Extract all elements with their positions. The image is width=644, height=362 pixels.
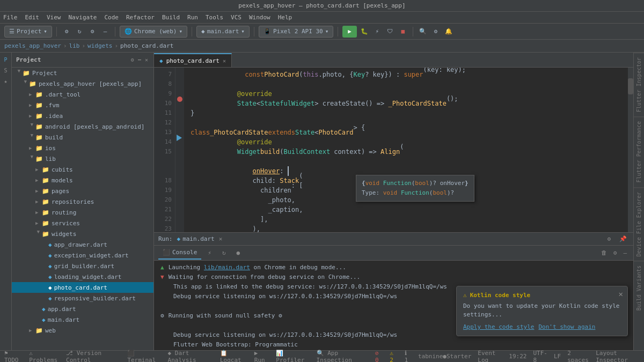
tree-lib[interactable]: ▶ 📁 lib [12,153,153,164]
lightning-tab[interactable]: ⚡ [203,247,216,260]
tree-cubits[interactable]: ▶ 📁 cubits [12,164,153,175]
tree-project[interactable]: ▶ 📁 Project [12,68,153,78]
console-minimize-btn[interactable]: – [621,248,629,257]
notification-action2[interactable]: Don't show again [538,323,595,330]
menu-tools[interactable]: Tools [206,14,223,21]
menu-run[interactable]: Run [187,14,198,21]
run-dart-tab[interactable]: ◆ main.dart ✕ [177,235,223,242]
sync-btn[interactable]: ↻ [74,26,85,37]
status-run[interactable]: ▶ Run [254,350,269,363]
status-indent[interactable]: 2 spaces [567,350,589,363]
notifications-btn[interactable]: 🔔 [443,26,454,37]
dot-tab[interactable]: ● [232,247,245,260]
notification-close-btn[interactable]: ✕ [619,290,623,298]
editor-tab-photo-card[interactable]: ◆ photo_card.dart ✕ [154,53,232,67]
tree-services[interactable]: ▶ 📁 services [12,218,153,228]
menu-help[interactable]: Help [278,14,292,21]
tree-app-drawer[interactable]: ◆ app_drawer.dart [12,239,153,250]
run-button[interactable]: ▶ [342,26,357,38]
tree-routing[interactable]: ▶ 📁 routing [12,207,153,218]
status-event-log[interactable]: Event Log [478,350,502,363]
notification-action1[interactable]: Apply the code style [463,323,534,330]
tree-main-dart[interactable]: ◆ main.dart [12,314,153,325]
status-encoding[interactable]: UTF-8 [533,350,547,363]
menu-file[interactable]: File [3,14,18,21]
refresh-tab[interactable]: ↻ [218,247,230,260]
tree-web[interactable]: ▶ 📁 web [12,325,153,336]
code-editor[interactable]: 7 8 9 10 11 12 13 14 15 16 17 18 19 20 2… [154,68,633,232]
panel-close-btn[interactable]: ✕ [144,56,149,64]
tree-dart-tool[interactable]: ▶ 📁 .dart_tool [12,89,153,100]
status-terminal[interactable]: ⬛ Terminal [127,350,161,363]
panel-gear-btn[interactable]: ⚙ [130,56,135,64]
coverage-btn[interactable]: 🛡 [385,26,396,37]
tree-exception-widget[interactable]: ◆ exception_widget.dart [12,250,153,261]
tree-ios[interactable]: ▶ 📁 ios [12,143,153,153]
status-logcat[interactable]: 📋 Logcat [220,350,248,363]
menu-build[interactable]: Build [162,14,180,21]
status-dart[interactable]: ◆ Dart Analysis [168,350,214,363]
structure-icon[interactable]: S [1,65,11,75]
search-everywhere-btn[interactable]: 🔍 [418,26,428,37]
tree-build[interactable]: ▶ 📁 build [12,132,153,143]
editor-scrollbar[interactable] [628,68,633,232]
menu-window[interactable]: Window [249,14,270,21]
tree-models[interactable]: ▶ 📁 models [12,175,153,186]
status-line-end[interactable]: LF [554,353,561,360]
path-part-2[interactable]: lib [69,42,80,49]
stop-btn[interactable]: ■ [398,26,408,37]
flutter-performance-tab[interactable]: Flutter Performance [634,116,644,187]
tree-responsive-builder[interactable]: ◆ responsive_builder.dart [12,293,153,304]
main-dart-selector[interactable]: ◆ main.dart ▾ [196,26,250,38]
more-btn[interactable]: – [100,26,111,37]
status-warnings[interactable]: ⚠ 2 [390,350,398,363]
tab-close-btn[interactable]: ✕ [223,58,226,64]
debug-btn[interactable]: 🐛 [359,26,370,37]
path-part-3[interactable]: widgets [87,42,112,49]
build-btn[interactable]: ⚙ [61,26,72,37]
menu-navigate[interactable]: Navigate [69,14,97,21]
chrome-device-selector[interactable]: 🌐 Chrome (web) ▾ [120,26,187,38]
tree-idea[interactable]: ▶ 📁 .idea [12,110,153,121]
run-pin-btn[interactable]: 📌 [617,234,629,243]
path-part-4[interactable]: photo_card.dart [120,42,173,49]
layout-inspector-btn[interactable]: Layout Inspector [596,350,640,363]
profile-btn[interactable]: ⚡ [372,26,383,37]
console-settings-btn[interactable]: ⚙ [611,248,619,257]
project-icon[interactable]: P [1,55,11,64]
menu-edit[interactable]: Edit [25,14,40,21]
settings-btn[interactable]: ⚙ [87,26,98,37]
tree-loading-widget[interactable]: ◆ loading_widget.dart [12,271,153,282]
tree-widgets[interactable]: ▶ 📁 widgets [12,228,153,239]
menu-refactor[interactable]: Refactor [126,14,155,21]
panel-collapse-btn[interactable]: – [137,56,142,64]
flutter-inspector-tab[interactable]: Flutter Inspector [634,53,644,116]
tree-android[interactable]: ▶ 📁 android [pexels_app_android] [12,121,153,132]
tree-pages[interactable]: ▶ 📁 pages [12,186,153,196]
tree-grid-builder[interactable]: ◆ grid_builder.dart [12,261,153,271]
menu-vcs[interactable]: VCS [231,14,241,21]
console-clear-btn[interactable]: 🗑 [599,248,609,257]
build-variants-tab[interactable]: Build Variants [634,261,644,315]
status-errors[interactable]: ⊘ 0 [375,350,383,363]
status-info[interactable]: ℹ 1 [405,350,412,363]
pixel-selector[interactable]: 📱 Pixel 2 API 30 ▾ [259,26,333,38]
status-problems[interactable]: ⚠ Problems [29,350,60,363]
project-selector[interactable]: ☰ Project ▾ [4,26,52,38]
menu-view[interactable]: View [47,14,61,21]
tree-root-folder[interactable]: ▶ 📁 pexels_app_hover [pexels_app] [12,78,153,89]
status-todo[interactable]: ⚑ TODO [4,350,23,363]
menu-code[interactable]: Code [104,14,119,21]
status-app-inspect[interactable]: 🔍 App Inspection [317,350,369,363]
device-file-explorer-tab[interactable]: Device File Explorer [634,187,644,261]
console-tab[interactable]: ⬛ Console [158,247,201,260]
tree-fvm[interactable]: ▶ 📁 .fvm [12,100,153,110]
favorites-icon[interactable]: ★ [1,76,11,86]
tree-photo-card[interactable]: ◆ photo_card.dart [12,282,153,293]
run-tab-close[interactable]: ✕ [219,235,223,242]
tree-repositories[interactable]: ▶ 📁 repositories [12,196,153,207]
path-part-1[interactable]: pexels_app_hover [4,42,61,49]
tree-app-dart[interactable]: ◆ app.dart [12,304,153,314]
status-profiler[interactable]: 📊 Profiler [276,350,310,363]
code-content[interactable]: const PhotoCard(this.photo, {Key? key}) … [184,68,628,232]
